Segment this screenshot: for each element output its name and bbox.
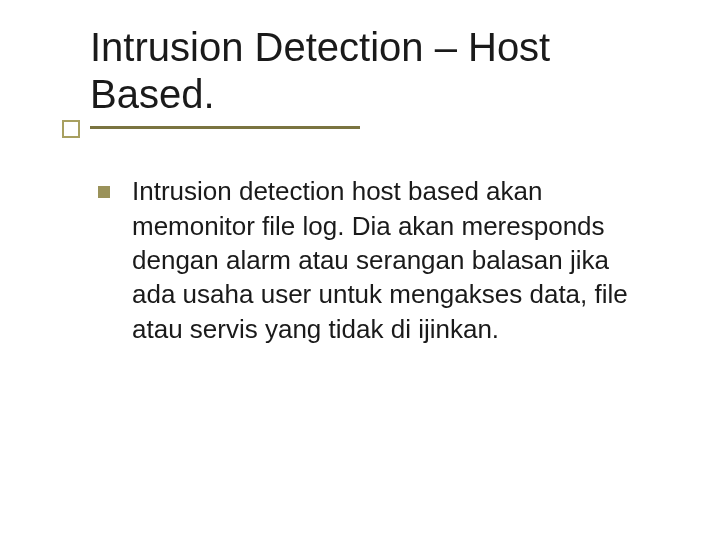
slide-title: Intrusion Detection – Host Based.: [90, 24, 660, 118]
title-block: Intrusion Detection – Host Based.: [90, 24, 660, 138]
decorative-square-icon: [62, 120, 80, 138]
list-item: Intrusion detection host based akan memo…: [98, 174, 660, 346]
bullet-square-icon: [98, 186, 110, 198]
body-content: Intrusion detection host based akan memo…: [98, 174, 660, 346]
slide-container: Intrusion Detection – Host Based. Intrus…: [0, 0, 720, 540]
decorative-line: [90, 126, 360, 129]
title-underline-group: [90, 124, 660, 138]
bullet-text: Intrusion detection host based akan memo…: [132, 174, 652, 346]
